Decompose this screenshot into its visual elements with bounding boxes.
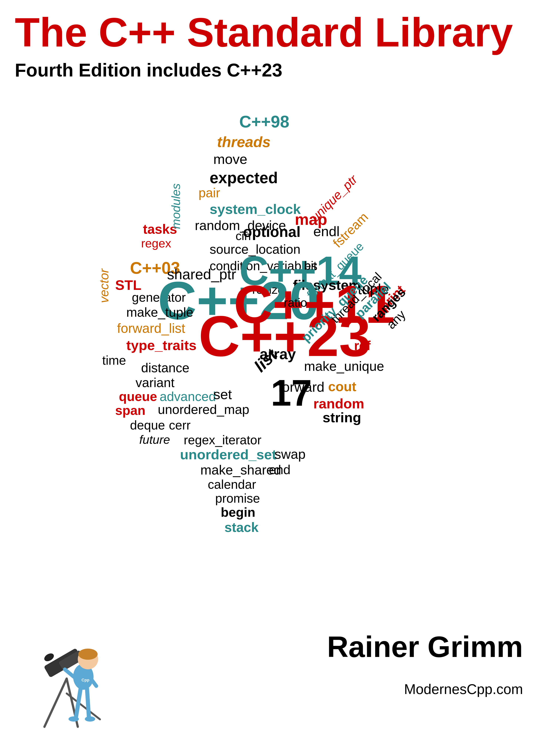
word-cloud-item: distance	[141, 360, 190, 375]
svg-point-8	[78, 649, 98, 660]
svg-point-9	[81, 659, 86, 664]
word-cloud-item: cout	[328, 379, 356, 394]
word-cloud-item: vector	[97, 269, 111, 303]
word-cloud-item: deque	[130, 418, 165, 432]
word-cloud-item: advanced	[159, 389, 216, 404]
svg-point-15	[85, 716, 95, 722]
word-cloud-item: make_tuple	[126, 305, 193, 320]
word-cloud-item: set	[213, 386, 232, 402]
word-cloud-item: cerr	[169, 418, 191, 432]
word-cloud-item: modules	[169, 184, 183, 229]
word-cloud-item: pair	[198, 186, 220, 200]
word-cloud-item: system_clock	[210, 201, 301, 217]
telescope-illustration: Cpp	[15, 627, 126, 738]
word-cloud-item: swap	[275, 447, 305, 462]
word-cloud-item: time	[102, 353, 126, 367]
svg-point-14	[68, 716, 79, 722]
word-cloud-item: regex_iterator	[184, 433, 261, 447]
word-cloud-item: ref	[354, 338, 370, 353]
svg-line-13	[87, 689, 89, 718]
word-cloud-item: unordered_set	[180, 447, 277, 463]
book-title: The C++ Standard Library	[0, 0, 560, 56]
word-cloud-item: type_traits	[126, 337, 196, 353]
website: ModernesCpp.com	[404, 681, 523, 697]
word-cloud-item: variant	[135, 375, 174, 390]
svg-line-12	[76, 689, 81, 718]
word-cloud-item: string	[323, 409, 361, 425]
word-cloud-item: 17	[271, 371, 312, 414]
word-cloud-item: threads	[217, 133, 271, 151]
word-cloud: C++98threadsmoveexpectedpairsystem_clock…	[58, 103, 502, 510]
svg-text:Cpp: Cpp	[82, 678, 89, 682]
word-cloud-item: regex	[141, 236, 171, 250]
book-subtitle: Fourth Edition includes C++23	[0, 56, 560, 88]
word-cloud-item: future	[139, 433, 170, 447]
word-cloud-item: span	[115, 403, 145, 418]
word-cloud-item: make_unique	[304, 359, 384, 374]
word-cloud-item: begin	[221, 505, 255, 520]
word-cloud-item: calendar	[208, 477, 256, 492]
word-cloud-item: move	[213, 151, 247, 167]
word-cloud-item: expected	[210, 169, 278, 187]
page: The C++ Standard Library Fourth Edition …	[0, 0, 560, 749]
svg-line-11	[91, 679, 96, 686]
author-name: Rainer Grimm	[327, 630, 523, 664]
word-cloud-item: random	[313, 395, 364, 411]
svg-line-2	[67, 693, 100, 719]
word-cloud-item: unordered_map	[158, 402, 249, 417]
word-cloud-item: stack	[224, 520, 259, 535]
word-cloud-item: optional	[243, 223, 301, 240]
word-cloud-item: unique_ptr	[308, 172, 360, 224]
word-cloud-item: queue	[119, 389, 157, 404]
word-cloud-item: promise	[215, 491, 260, 506]
word-cloud-item: end	[269, 462, 290, 477]
word-cloud-item: C++98	[239, 112, 289, 131]
word-cloud-item: forward_list	[117, 321, 185, 336]
svg-line-0	[44, 679, 67, 727]
